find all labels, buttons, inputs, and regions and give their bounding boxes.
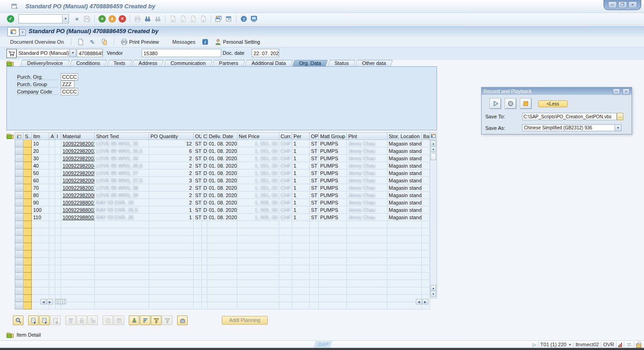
company-code-field[interactable]: CCCC <box>61 88 78 95</box>
tab-additional-data[interactable]: Additional Data <box>246 60 292 66</box>
cancel-icon[interactable]: × <box>117 14 127 23</box>
scroll-up-bottom-icon[interactable]: ▲ <box>431 285 436 291</box>
row-selector[interactable] <box>15 206 23 214</box>
row-selector[interactable] <box>15 155 23 162</box>
column-header-material[interactable]: Material <box>61 133 95 140</box>
create-shortcut-icon[interactable] <box>224 14 234 23</box>
messages-button[interactable]: Messages <box>170 38 198 46</box>
next-page-icon[interactable]: › <box>188 14 198 23</box>
row-selector[interactable] <box>15 214 23 221</box>
column-header-batc[interactable]: Batc <box>422 133 430 140</box>
row-status-cell[interactable] <box>23 155 32 162</box>
filter-button[interactable] <box>151 315 161 325</box>
row-selector[interactable] <box>15 287 23 295</box>
column-header-a[interactable]: A <box>49 133 55 140</box>
personal-setting-button[interactable]: Personal Setting <box>212 38 263 46</box>
material-link[interactable]: 100922982003 <box>61 155 95 162</box>
row-selector[interactable] <box>15 221 23 228</box>
scroll-down-bottom-icon[interactable]: ▼ <box>431 291 436 297</box>
row-status-cell[interactable] <box>23 169 32 177</box>
create-document-icon[interactable] <box>75 37 86 47</box>
copy-document-icon[interactable] <box>99 37 109 47</box>
row-status-cell[interactable] <box>23 251 32 258</box>
grid-folder-icon[interactable] <box>6 132 14 140</box>
previous-page-icon[interactable]: ‹ <box>178 14 188 23</box>
column-header-net-price[interactable]: Net Price <box>237 133 279 140</box>
item-details-button[interactable] <box>13 315 23 325</box>
row-status-cell[interactable] <box>23 221 32 228</box>
row-selector[interactable] <box>15 243 23 251</box>
column-header-stor-location[interactable]: Stor. Location <box>387 133 422 140</box>
material-link[interactable]: 100922982007 <box>61 184 95 192</box>
save-to-input[interactable] <box>522 113 617 120</box>
insert-mode-indicator[interactable]: OVR <box>603 342 614 347</box>
row-status-cell[interactable] <box>23 192 32 199</box>
row-selector[interactable] <box>15 251 23 258</box>
row-selector[interactable] <box>15 147 23 155</box>
sort-button[interactable] <box>140 315 150 325</box>
addl-functions-button[interactable] <box>177 315 188 325</box>
doc-date-field[interactable]: 22. 07. 2020 <box>252 49 279 57</box>
title-dropdown-icon[interactable]: ▼ <box>19 29 26 36</box>
row-status-cell[interactable] <box>23 214 32 221</box>
column-header-deliv-date[interactable]: Deliv. Date <box>207 133 237 140</box>
tab-org-data[interactable]: Org. Data <box>293 60 327 66</box>
chevron-down-icon[interactable]: ▼ <box>69 49 76 57</box>
dialog-minimize-icon[interactable]: ─ <box>613 88 620 95</box>
scroll-left-end-icon[interactable]: ◀ <box>416 299 422 304</box>
first-page-icon[interactable]: « <box>168 14 178 23</box>
customize-local-layout-icon[interactable] <box>249 14 259 23</box>
tab-communication[interactable]: Communication <box>165 60 212 66</box>
material-link[interactable]: 100922988003 <box>61 214 95 221</box>
row-status-cell[interactable] <box>23 140 32 147</box>
scroll-right-end-icon[interactable]: ▶ <box>422 299 428 304</box>
column-header-curr-[interactable]: Curr... <box>279 133 292 140</box>
purch-org-field[interactable]: CCCC <box>61 73 78 81</box>
row-status-cell[interactable] <box>23 287 32 295</box>
row-selector[interactable] <box>15 273 23 280</box>
row-selector[interactable] <box>15 140 23 147</box>
tab-other-data[interactable]: Other data <box>356 60 392 66</box>
back-icon[interactable]: « <box>97 14 107 23</box>
row-status-cell[interactable] <box>23 199 32 206</box>
row-status-cell[interactable] <box>23 273 32 280</box>
row-selector[interactable] <box>15 280 23 287</box>
command-dropdown-icon[interactable]: ▼ <box>62 15 69 23</box>
record-button[interactable] <box>505 99 516 109</box>
row-selector[interactable] <box>15 236 23 243</box>
column-header-itm[interactable]: Itm <box>32 133 49 140</box>
dialog-titlebar[interactable]: Record and Playback ─ × <box>482 88 632 95</box>
column-header-matl-group[interactable]: Matl Group <box>319 133 347 140</box>
tab-partners[interactable]: Partners <box>213 60 244 66</box>
column-header-c[interactable]: C <box>202 133 207 140</box>
row-status-cell[interactable] <box>23 265 32 273</box>
item-detail-bar[interactable]: Item Detail <box>6 331 41 338</box>
row-selector[interactable] <box>15 169 23 177</box>
messages-info-icon[interactable] <box>200 37 210 47</box>
scroll-down-icon[interactable]: ▼ <box>431 146 436 152</box>
hscroll-thumb[interactable] <box>55 299 66 304</box>
print-preview-button[interactable]: Print Preview <box>118 38 161 46</box>
column-header-per[interactable]: Per <box>292 133 310 140</box>
column-header-opu[interactable]: OPU <box>310 133 319 140</box>
scroll-right-icon[interactable]: ▶ <box>47 299 53 304</box>
dialog-close-icon[interactable]: × <box>622 88 630 95</box>
select-all-icon[interactable] <box>15 133 23 140</box>
last-page-icon[interactable]: » <box>198 14 208 23</box>
security-lock-icon[interactable] <box>636 344 641 348</box>
column-header-plnt[interactable]: Plnt <box>347 133 387 140</box>
performance-icon[interactable] <box>618 342 622 347</box>
material-link[interactable]: 100922982008 <box>61 192 95 199</box>
find-icon[interactable] <box>143 14 153 23</box>
horizontal-scrollbar[interactable]: ◀ ▶ ◀ ▶ <box>15 298 437 305</box>
column-header-po-quantity[interactable]: PO Quantity <box>149 133 194 140</box>
column-header-short-text[interactable]: Short Text <box>95 133 149 140</box>
lock-item-button[interactable] <box>76 315 87 325</box>
row-selector[interactable] <box>15 258 23 265</box>
play-button[interactable] <box>490 99 501 109</box>
row-status-cell[interactable] <box>23 243 32 251</box>
material-link[interactable]: 100922982001 <box>61 140 95 147</box>
row-selector[interactable] <box>15 199 23 206</box>
exit-icon[interactable]: ∧ <box>107 14 117 23</box>
unlock-item-button[interactable] <box>87 315 98 325</box>
